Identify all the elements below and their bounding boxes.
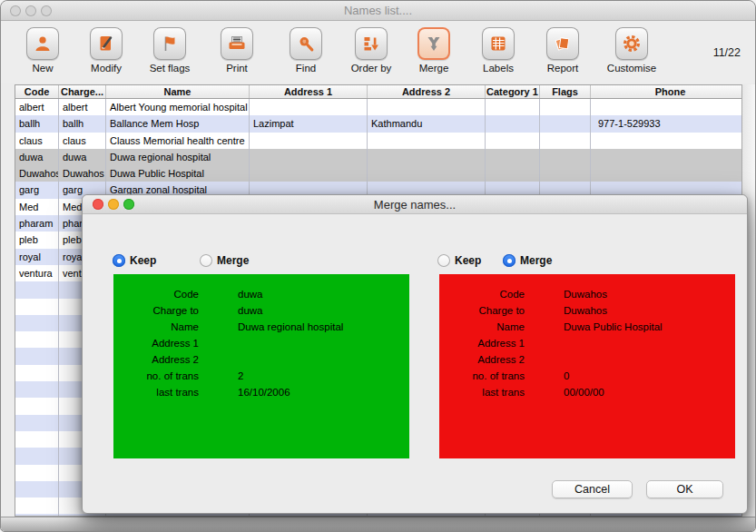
field-label: no. of trans [113, 368, 199, 384]
table-cell-addr2 [368, 99, 486, 115]
dialog-titlebar: Merge names... [83, 195, 747, 214]
merge-arrows-icon [424, 34, 444, 54]
table-cell-flags [540, 149, 591, 165]
merge-button[interactable]: Merge [398, 27, 470, 74]
table-cell-code [15, 299, 59, 315]
magnifier-icon [296, 34, 316, 54]
panel-field-row: Address 1 [439, 335, 735, 351]
table-cell-code: pleb [15, 232, 59, 248]
table-cell-code: Duwahos [15, 165, 59, 182]
table-row[interactable]: albertalbertAlbert Young memorial hospit… [15, 99, 743, 115]
panel-field-row: Charge toduwa [113, 302, 409, 319]
panel-field-row: NameDuwa Public Hospital [439, 319, 735, 335]
cancel-button[interactable]: Cancel [552, 480, 633, 498]
set-flags-button[interactable]: Set flags [133, 27, 206, 74]
field-label: Code [439, 286, 525, 302]
table-cell-code [15, 348, 59, 364]
table-cell-code: duwa [15, 149, 59, 165]
labels-button[interactable]: Labels [462, 27, 535, 74]
table-cell-code [15, 415, 59, 431]
table-cell-code: Med [15, 199, 59, 215]
table-row[interactable]: ballhballhBallance Mem HospLazimpatKathm… [15, 115, 743, 132]
table-row[interactable]: duwaduwaDuwa regional hospital [15, 149, 743, 165]
table-cell-name: Clauss Memorial health centre [106, 133, 250, 149]
table-cell-code [15, 398, 59, 414]
panel-field-row: no. of trans0 [439, 368, 735, 384]
table-cell-code [15, 365, 59, 381]
table-cell-code: royal [15, 249, 59, 265]
toolbar-label: Labels [483, 63, 514, 74]
find-button[interactable]: Find [270, 27, 342, 74]
new-button[interactable]: New [6, 27, 79, 74]
keep-panel: CodeduwaCharge toduwaNameDuwa regional h… [113, 274, 409, 458]
column-header-phone[interactable]: Phone [591, 85, 743, 98]
report-button[interactable]: Report [526, 27, 599, 74]
print-button[interactable]: Print [201, 27, 273, 74]
table-cell-code [15, 481, 59, 498]
minimize-icon[interactable] [25, 5, 36, 16]
field-value: duwa [238, 286, 263, 302]
right-keep-label: Keep [455, 254, 481, 268]
column-header-flags[interactable]: Flags [540, 85, 591, 98]
customise-button[interactable]: Customise [595, 27, 668, 74]
dialog-zoom-icon[interactable] [123, 199, 134, 210]
dialog-close-icon[interactable] [93, 199, 103, 210]
right-merge-label: Merge [520, 254, 552, 268]
table-cell-charge: ballh [59, 115, 106, 132]
table-cell-code [15, 498, 59, 514]
table-cell-code [15, 448, 59, 464]
window-bottom-bar [1, 517, 755, 531]
column-header-address2[interactable]: Address 2 [368, 85, 486, 98]
right-keep-radio[interactable] [437, 254, 450, 267]
left-keep-radio[interactable] [113, 254, 125, 267]
toolbar-label: Customise [607, 63, 656, 74]
toolbar-label: Print [226, 63, 248, 74]
column-header-code[interactable]: Code [15, 85, 59, 98]
table-cell-addr2 [368, 165, 486, 182]
left-merge-label: Merge [217, 254, 249, 268]
column-header-category1[interactable]: Category 1 [486, 85, 540, 98]
toolbar-label: Set flags [150, 63, 191, 74]
table-cell-addr1 [250, 99, 368, 115]
zoom-icon[interactable] [41, 5, 52, 16]
field-label: Address 1 [113, 335, 199, 351]
field-label: no. of trans [439, 368, 525, 384]
table-cell-charge: Duwahos [59, 165, 106, 182]
table-row[interactable]: DuwahosDuwahosDuwa Public Hospital [15, 165, 743, 182]
toolbar-label: Order by [351, 63, 392, 74]
table-cell-phone [591, 149, 743, 165]
field-label: Charge to [439, 302, 525, 319]
left-merge-radio[interactable] [200, 254, 212, 267]
column-header-address1[interactable]: Address 1 [250, 85, 368, 98]
ok-button[interactable]: OK [646, 480, 723, 498]
table-header: Code Charge... Name Address 1 Address 2 … [15, 85, 743, 99]
table-cell-addr2 [368, 133, 486, 149]
column-header-charge[interactable]: Charge... [59, 85, 106, 98]
table-cell-flags [540, 133, 591, 149]
field-label: Address 2 [439, 351, 525, 368]
table-cell-addr2 [368, 149, 486, 165]
field-label: Name [439, 319, 525, 335]
dialog-title: Merge names... [83, 195, 747, 214]
table-cell-phone [591, 133, 743, 149]
right-merge-radio[interactable] [503, 254, 515, 267]
edit-pencil-icon [96, 34, 116, 54]
field-value: 0 [564, 368, 569, 384]
table-cell-flags [540, 115, 591, 132]
table-cell-name: Duwa Public Hospital [106, 165, 250, 182]
field-value: Duwa Public Hospital [564, 319, 663, 335]
modify-button[interactable]: Modify [70, 27, 142, 74]
merge-names-dialog: Merge names... Keep Merge Keep Merge Cod… [82, 194, 748, 514]
field-value: 2 [238, 368, 243, 384]
sort-icon [361, 34, 381, 54]
field-label: Charge to [113, 302, 199, 319]
toolbar-label: Merge [419, 63, 449, 74]
order-by-button[interactable]: Order by [335, 27, 407, 74]
table-row[interactable]: clausclausClauss Memorial health centre [15, 133, 743, 149]
toolbar-label: Find [296, 63, 316, 74]
close-icon[interactable] [10, 5, 21, 16]
field-value: 16/10/2006 [238, 384, 290, 400]
table-cell-code [15, 465, 59, 481]
column-header-name[interactable]: Name [106, 85, 250, 98]
dialog-minimize-icon[interactable] [108, 199, 119, 210]
